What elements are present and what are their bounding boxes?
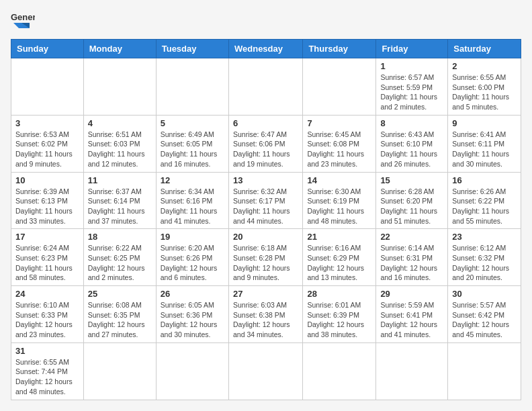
calendar-cell: 4Sunrise: 6:51 AM Sunset: 6:03 PM Daylig…: [83, 115, 156, 172]
calendar-cell: 7Sunrise: 6:45 AM Sunset: 6:08 PM Daylig…: [303, 115, 376, 172]
calendar-cell: 28Sunrise: 6:01 AM Sunset: 6:39 PM Dayli…: [303, 286, 376, 343]
calendar-cell: [448, 342, 521, 400]
day-number: 19: [161, 232, 224, 242]
day-info: Sunrise: 6:03 AM Sunset: 6:38 PM Dayligh…: [233, 300, 298, 340]
day-info: Sunrise: 6:30 AM Sunset: 6:19 PM Dayligh…: [307, 187, 371, 226]
day-info: Sunrise: 5:57 AM Sunset: 6:42 PM Dayligh…: [452, 300, 517, 340]
calendar-cell: 16Sunrise: 6:26 AM Sunset: 6:22 PM Dayli…: [448, 172, 521, 229]
day-number: 15: [380, 175, 443, 185]
calendar-cell: [228, 342, 302, 400]
calendar-cell: 18Sunrise: 6:22 AM Sunset: 6:25 PM Dayli…: [83, 229, 156, 286]
day-info: Sunrise: 6:20 AM Sunset: 6:26 PM Dayligh…: [161, 243, 224, 283]
day-number: 25: [88, 289, 152, 299]
day-number: 26: [161, 289, 224, 299]
weekday-header-tuesday: Tuesday: [156, 40, 228, 58]
calendar-week-4: 17Sunrise: 6:24 AM Sunset: 6:23 PM Dayli…: [11, 229, 521, 286]
calendar-cell: 8Sunrise: 6:43 AM Sunset: 6:10 PM Daylig…: [376, 115, 448, 172]
calendar-cell: 17Sunrise: 6:24 AM Sunset: 6:23 PM Dayli…: [11, 229, 84, 286]
day-number: 1: [380, 61, 443, 71]
calendar-cell: 15Sunrise: 6:28 AM Sunset: 6:20 PM Dayli…: [376, 172, 448, 229]
calendar-cell: 1Sunrise: 6:57 AM Sunset: 5:59 PM Daylig…: [376, 58, 448, 116]
calendar-cell: 10Sunrise: 6:39 AM Sunset: 6:13 PM Dayli…: [11, 172, 84, 229]
calendar-cell: [156, 58, 228, 116]
day-info: Sunrise: 6:08 AM Sunset: 6:35 PM Dayligh…: [88, 300, 152, 340]
calendar-cell: 21Sunrise: 6:16 AM Sunset: 6:29 PM Dayli…: [303, 229, 376, 286]
calendar-cell: 24Sunrise: 6:10 AM Sunset: 6:33 PM Dayli…: [11, 286, 84, 343]
day-info: Sunrise: 6:37 AM Sunset: 6:14 PM Dayligh…: [88, 187, 152, 226]
calendar-week-2: 3Sunrise: 6:53 AM Sunset: 6:02 PM Daylig…: [11, 115, 521, 172]
day-info: Sunrise: 6:28 AM Sunset: 6:20 PM Dayligh…: [380, 187, 443, 226]
calendar-cell: 25Sunrise: 6:08 AM Sunset: 6:35 PM Dayli…: [83, 286, 156, 343]
day-info: Sunrise: 6:45 AM Sunset: 6:08 PM Dayligh…: [307, 130, 371, 169]
day-info: Sunrise: 6:05 AM Sunset: 6:36 PM Dayligh…: [161, 300, 224, 340]
day-info: Sunrise: 6:22 AM Sunset: 6:25 PM Dayligh…: [88, 243, 152, 283]
day-info: Sunrise: 6:55 AM Sunset: 6:00 PM Dayligh…: [452, 73, 517, 112]
weekday-header-monday: Monday: [83, 40, 156, 58]
day-info: Sunrise: 6:43 AM Sunset: 6:10 PM Dayligh…: [380, 130, 443, 169]
day-number: 21: [307, 232, 371, 242]
day-number: 27: [233, 289, 298, 299]
day-number: 30: [452, 289, 517, 299]
calendar-cell: 23Sunrise: 6:12 AM Sunset: 6:32 PM Dayli…: [448, 229, 521, 286]
day-number: 23: [452, 232, 517, 242]
calendar-cell: [83, 342, 156, 400]
day-number: 11: [88, 175, 152, 185]
calendar-cell: 5Sunrise: 6:49 AM Sunset: 6:05 PM Daylig…: [156, 115, 228, 172]
day-number: 8: [380, 118, 443, 128]
day-info: Sunrise: 6:12 AM Sunset: 6:32 PM Dayligh…: [452, 243, 517, 283]
day-number: 3: [15, 118, 79, 128]
day-info: Sunrise: 6:55 AM Sunset: 7:44 PM Dayligh…: [15, 357, 79, 397]
day-number: 20: [233, 232, 298, 242]
calendar-cell: [83, 58, 156, 116]
weekday-header-friday: Friday: [376, 40, 448, 58]
svg-text:General: General: [11, 12, 35, 22]
day-number: 31: [15, 346, 79, 356]
calendar-week-5: 24Sunrise: 6:10 AM Sunset: 6:33 PM Dayli…: [11, 286, 521, 343]
calendar-cell: [376, 342, 448, 400]
day-number: 22: [380, 232, 443, 242]
day-info: Sunrise: 6:10 AM Sunset: 6:33 PM Dayligh…: [15, 300, 79, 340]
day-info: Sunrise: 6:39 AM Sunset: 6:13 PM Dayligh…: [15, 187, 79, 226]
calendar-cell: [11, 58, 84, 116]
day-number: 16: [452, 175, 517, 185]
weekday-header-row: SundayMondayTuesdayWednesdayThursdayFrid…: [11, 40, 521, 58]
day-number: 28: [307, 289, 371, 299]
day-number: 29: [380, 289, 443, 299]
day-info: Sunrise: 6:16 AM Sunset: 6:29 PM Dayligh…: [307, 243, 371, 283]
calendar-cell: 13Sunrise: 6:32 AM Sunset: 6:17 PM Dayli…: [228, 172, 302, 229]
calendar-cell: 30Sunrise: 5:57 AM Sunset: 6:42 PM Dayli…: [448, 286, 521, 343]
day-info: Sunrise: 6:47 AM Sunset: 6:06 PM Dayligh…: [233, 130, 298, 169]
day-info: Sunrise: 6:49 AM Sunset: 6:05 PM Dayligh…: [161, 130, 224, 169]
calendar-week-3: 10Sunrise: 6:39 AM Sunset: 6:13 PM Dayli…: [11, 172, 521, 229]
day-number: 10: [15, 175, 79, 185]
logo: General: [11, 11, 38, 31]
day-info: Sunrise: 6:18 AM Sunset: 6:28 PM Dayligh…: [233, 243, 298, 283]
day-info: Sunrise: 6:53 AM Sunset: 6:02 PM Dayligh…: [15, 130, 79, 169]
calendar-cell: 12Sunrise: 6:34 AM Sunset: 6:16 PM Dayli…: [156, 172, 228, 229]
weekday-header-sunday: Sunday: [11, 40, 84, 58]
calendar-cell: 29Sunrise: 5:59 AM Sunset: 6:41 PM Dayli…: [376, 286, 448, 343]
calendar-cell: [228, 58, 302, 116]
day-info: Sunrise: 5:59 AM Sunset: 6:41 PM Dayligh…: [380, 300, 443, 340]
weekday-header-thursday: Thursday: [303, 40, 376, 58]
day-number: 18: [88, 232, 152, 242]
calendar-week-6: 31Sunrise: 6:55 AM Sunset: 7:44 PM Dayli…: [11, 342, 521, 400]
calendar-cell: [156, 342, 228, 400]
calendar-cell: 20Sunrise: 6:18 AM Sunset: 6:28 PM Dayli…: [228, 229, 302, 286]
day-info: Sunrise: 6:14 AM Sunset: 6:31 PM Dayligh…: [380, 243, 443, 283]
calendar-cell: 31Sunrise: 6:55 AM Sunset: 7:44 PM Dayli…: [11, 342, 84, 400]
day-number: 12: [161, 175, 224, 185]
day-number: 2: [452, 61, 517, 71]
calendar-cell: 3Sunrise: 6:53 AM Sunset: 6:02 PM Daylig…: [11, 115, 84, 172]
day-number: 13: [233, 175, 298, 185]
day-number: 4: [88, 118, 152, 128]
day-info: Sunrise: 6:57 AM Sunset: 5:59 PM Dayligh…: [380, 73, 443, 112]
day-info: Sunrise: 6:01 AM Sunset: 6:39 PM Dayligh…: [307, 300, 371, 340]
calendar-cell: 11Sunrise: 6:37 AM Sunset: 6:14 PM Dayli…: [83, 172, 156, 229]
day-info: Sunrise: 6:32 AM Sunset: 6:17 PM Dayligh…: [233, 187, 298, 226]
calendar-cell: 19Sunrise: 6:20 AM Sunset: 6:26 PM Dayli…: [156, 229, 228, 286]
day-info: Sunrise: 6:41 AM Sunset: 6:11 PM Dayligh…: [452, 130, 517, 169]
calendar-table: SundayMondayTuesdayWednesdayThursdayFrid…: [11, 39, 521, 400]
day-number: 14: [307, 175, 371, 185]
day-info: Sunrise: 6:24 AM Sunset: 6:23 PM Dayligh…: [15, 243, 79, 283]
